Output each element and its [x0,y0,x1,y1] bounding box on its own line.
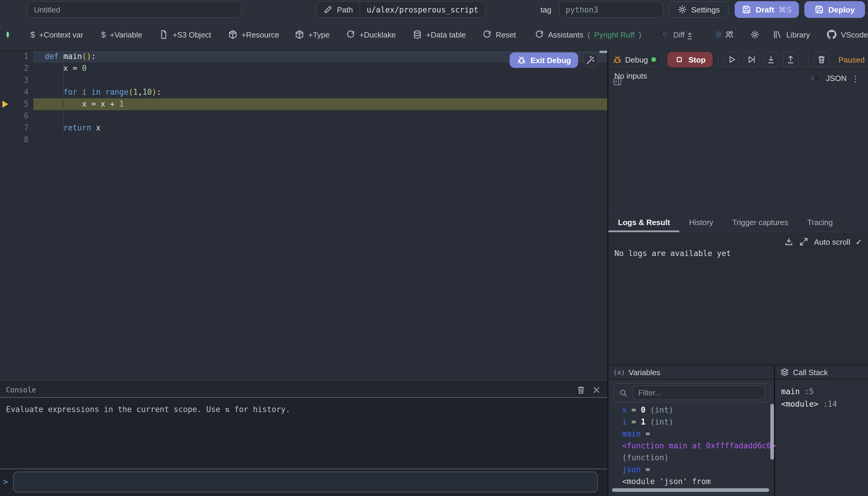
variables-filter-input[interactable]: Filter... [633,385,766,400]
console-close-icon[interactable] [592,385,601,394]
tag-input[interactable]: python3 [559,1,664,18]
cycle-icon [346,30,355,39]
variable-entry[interactable]: main = [622,428,774,440]
diff-toggle[interactable] [660,30,666,39]
tab-trigger-captures[interactable]: Trigger captures [723,213,798,232]
tab-history[interactable]: History [680,213,723,232]
stop-button[interactable]: Stop [668,52,713,67]
tab-tracing[interactable]: Tracing [798,213,842,232]
step-into-button[interactable] [763,52,779,67]
toolbar-item-ducklake[interactable]: +Ducklake [346,30,396,39]
callstack-frame[interactable]: main :5 [781,385,868,398]
code-line-3[interactable]: 3 [0,74,607,86]
path-value[interactable]: u/alex/prosperous_script [360,2,485,17]
line-number[interactable]: 1 [0,51,29,63]
inputs-area: No inputs JSON ⋮ [609,70,868,212]
line-number[interactable]: 4 [0,86,29,98]
line-number[interactable]: 6 [0,110,29,122]
variable-entry[interactable]: x = 0 (int) [622,404,774,416]
vscode-button[interactable]: VScode [827,30,868,39]
tag-label: tag [540,5,551,14]
line-number[interactable]: 3 [0,74,29,86]
editor-scrollbar-thumb[interactable] [600,51,607,53]
save-icon [742,5,752,14]
callstack-title: Call Stack [793,368,828,377]
variable-entry[interactable]: <function main at 0xffffadadd6c0> [622,440,774,452]
toolbar-item-resource[interactable]: +Resource [228,30,279,39]
code-line-6[interactable]: 6 [0,110,607,122]
save-icon [815,5,824,14]
callstack-panel: Call Stack main :5<module> :14 [775,366,868,496]
code-text: x = 0 [29,63,86,74]
path-group[interactable]: Path u/alex/prosperous_script [316,1,486,18]
json-toggle[interactable] [810,75,821,81]
deploy-label: Deploy [828,5,855,14]
callstack-frame[interactable]: <module> :14 [781,398,868,410]
logs-panel: Auto scroll ✓ No logs are available yet [609,232,868,365]
code-text: return x [29,122,100,134]
toolbar-item-type[interactable]: +Type [295,30,330,39]
code-line-5[interactable]: 5 x = x + 1 [0,98,607,110]
variables-icon: (x) [613,368,625,376]
variables-vertical-scrollbar[interactable] [770,404,774,460]
line-number[interactable]: 7 [0,122,29,134]
draft-button[interactable]: Draft ⌘S [735,1,799,18]
settings-label: Settings [691,5,720,14]
multiplayer-toggle[interactable] [714,30,721,39]
toolbar-item-label: Assistants [548,30,583,39]
settings-button[interactable]: Settings [668,1,729,18]
expand-logs-icon[interactable] [799,237,809,247]
toolbar-item-s3object[interactable]: +S3 Object [159,30,211,39]
code-editor[interactable]: 1def main():2 x = 034 for i in range(1,1… [0,50,607,382]
diff-plusminus-icon: ± [688,30,692,39]
tab-logs-result[interactable]: Logs & Result [609,213,680,232]
toolbar-item-label: Reset [495,30,516,39]
ai-wand-button[interactable] [583,53,598,67]
toolbar-item-label: +S3 Object [173,30,211,39]
variable-entry[interactable]: (function) [622,452,774,464]
debug-control-bar: Debug Stop Paused [609,50,868,70]
toolbar-item-label: +Data table [426,30,466,39]
editor-settings-gear-icon[interactable] [750,30,759,39]
variable-entry[interactable]: json = [622,464,774,476]
deploy-button[interactable]: Deploy [804,1,865,18]
step-out-icon [786,55,795,64]
exit-debug-button[interactable]: Exit Debug [510,52,578,68]
console-prompt: > [3,477,8,486]
clear-debug-button[interactable] [814,52,829,67]
search-icon [618,388,628,398]
line-number[interactable]: 8 [0,134,29,146]
console-clear-trash-icon[interactable] [576,385,586,394]
variables-horizontal-scrollbar[interactable] [612,488,769,492]
script-name-input[interactable]: Untitled [27,1,242,18]
debug-active-dot [651,57,656,62]
library-button[interactable]: Library [772,30,810,39]
package-icon [295,30,304,39]
toolbar-item-reset[interactable]: Reset [482,30,516,39]
variables-title: Variables [629,368,660,377]
step-out-button[interactable] [783,52,798,67]
tag-value: python3 [566,5,598,14]
step-over-button[interactable] [744,52,759,67]
autoscroll-checkbox[interactable]: ✓ [855,237,862,246]
top-bar: Untitled Path u/alex/prosperous_script t… [0,0,868,19]
console-hint: Evaluate expressions in the current scop… [0,398,607,421]
variable-entry[interactable]: <module 'json' from [622,476,774,488]
users-icon[interactable] [724,30,734,39]
toolbar-item-contextvar[interactable]: $+Context var [30,30,83,39]
toolbar-item-datatable[interactable]: +Data table [413,30,466,39]
code-line-4[interactable]: 4 for i in range(1,10): [0,86,607,98]
kebab-menu-icon[interactable]: ⋮ [851,74,860,82]
toolbar-item-assistants[interactable]: Assistants [534,30,583,39]
continue-button[interactable] [724,52,739,67]
code-line-7[interactable]: 7 return x [0,122,607,134]
variable-entry[interactable]: i = 1 (int) [622,416,774,428]
toolbar-item-variable[interactable]: $+Variable [101,30,142,39]
file-icon [159,30,169,39]
download-logs-icon[interactable] [784,237,794,247]
line-number[interactable]: 2 [0,63,29,74]
code-line-8[interactable]: 8 [0,134,607,146]
lint-names: Pyright Ruff [594,30,634,39]
debug-current-line-arrow [2,100,8,108]
console-input[interactable] [13,471,598,493]
